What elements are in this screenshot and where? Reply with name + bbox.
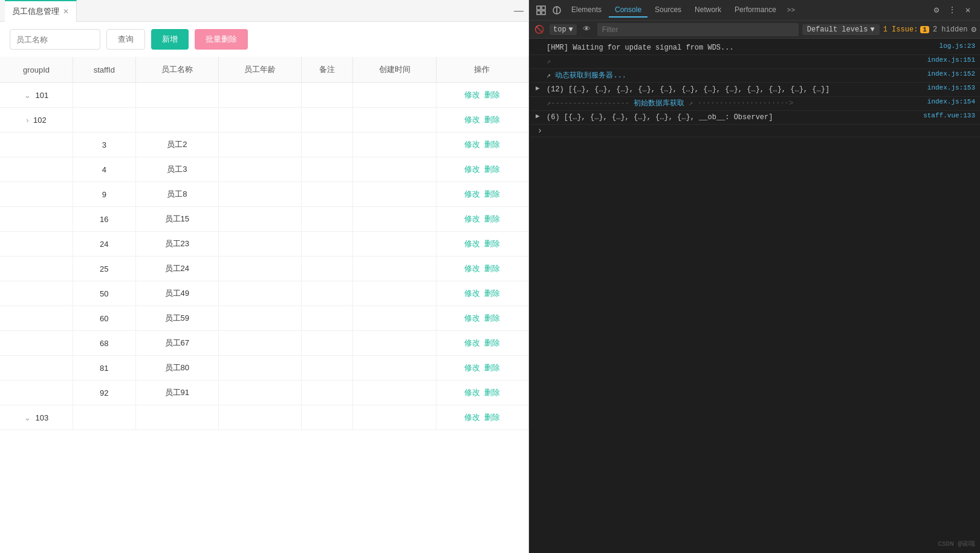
edit-button[interactable]: 修改: [464, 313, 480, 322]
cell-name: 员工2: [135, 133, 218, 157]
cell-age: [218, 405, 301, 430]
delete-button[interactable]: 删除: [484, 214, 500, 223]
cell-actions: 修改 删除: [436, 232, 528, 257]
table-row: 68 员工67 修改 删除: [0, 331, 528, 356]
edit-button[interactable]: 修改: [464, 90, 480, 99]
cell-groupid: [0, 331, 73, 356]
edit-button[interactable]: 修改: [464, 388, 480, 397]
col-actions: 操作: [436, 57, 528, 83]
cell-remark: [302, 281, 353, 306]
cell-actions: 修改 删除: [436, 257, 528, 281]
delete-button[interactable]: 删除: [484, 413, 500, 422]
delete-button[interactable]: 删除: [484, 189, 500, 198]
console-link-3[interactable]: 动态获取到服务器...: [555, 71, 626, 80]
expand-arrow-6[interactable]: [536, 112, 544, 120]
devtools-tab-more[interactable]: >>: [784, 4, 799, 16]
line-source-1[interactable]: log.js:23: [939, 42, 975, 50]
col-age: 员工年龄: [218, 57, 301, 83]
devtools-more-icon[interactable]: ⋮: [945, 3, 959, 18]
delete-button[interactable]: 删除: [484, 338, 500, 347]
delete-button[interactable]: 删除: [484, 115, 500, 124]
search-button[interactable]: 查询: [106, 29, 145, 50]
col-staffid: staffId: [73, 57, 135, 83]
default-levels-button[interactable]: Default levels ▼: [802, 24, 880, 35]
cell-age: [218, 157, 301, 182]
line-source-2[interactable]: index.js:151: [927, 56, 975, 64]
table-row: 16 员工15 修改 删除: [0, 207, 528, 232]
console-link-5[interactable]: 初始数据库获取: [634, 99, 684, 108]
group-toggle[interactable]: ⌄: [24, 413, 31, 422]
issue-badge[interactable]: 1 Issue: 1: [883, 25, 929, 34]
console-toolbar: 🚫 top ▼ 👁 Default levels ▼ 1 Issue: 1 2 …: [529, 21, 980, 39]
edit-button[interactable]: 修改: [464, 363, 480, 372]
tab-close-button[interactable]: ✕: [63, 7, 69, 16]
cell-groupid: [0, 157, 73, 182]
console-settings-icon[interactable]: ⚙: [972, 24, 976, 34]
table-container: groupId staffId 员工名称 员工年龄 备注 创建时间 操作 ⌄ 1…: [0, 57, 528, 553]
delete-button[interactable]: 删除: [484, 90, 500, 99]
delete-button[interactable]: 删除: [484, 313, 500, 322]
delete-button[interactable]: 删除: [484, 165, 500, 174]
delete-button[interactable]: 删除: [484, 388, 500, 397]
top-selector[interactable]: top ▼: [550, 24, 577, 35]
edit-button[interactable]: 修改: [464, 115, 480, 124]
line-source-5[interactable]: index.js:154: [927, 98, 975, 105]
delete-button[interactable]: 删除: [484, 140, 500, 149]
expand-arrow-4[interactable]: [536, 84, 544, 92]
add-button[interactable]: 新增: [151, 29, 189, 50]
tab-staff-management[interactable]: 员工信息管理 ✕: [5, 0, 77, 22]
eye-icon[interactable]: 👁: [580, 23, 594, 36]
edit-button[interactable]: 修改: [464, 239, 480, 248]
search-input[interactable]: [10, 29, 100, 50]
edit-button[interactable]: 修改: [464, 140, 480, 149]
batch-delete-button[interactable]: 批量删除: [195, 29, 248, 50]
cell-remark: [302, 381, 353, 405]
delete-button[interactable]: 删除: [484, 363, 500, 372]
table-row: 50 员工49 修改 删除: [0, 281, 528, 306]
edit-button[interactable]: 修改: [464, 189, 480, 198]
devtools-tab-network[interactable]: Network: [689, 3, 727, 18]
line-source-4[interactable]: index.js:153: [927, 84, 975, 91]
edit-button[interactable]: 修改: [464, 214, 480, 223]
console-line-6: (6) [{…}, {…}, {…}, {…}, {…}, {…}, __ob_…: [529, 111, 980, 125]
staff-table: groupId staffId 员工名称 员工年龄 备注 创建时间 操作 ⌄ 1…: [0, 57, 528, 430]
col-name: 员工名称: [135, 57, 218, 83]
cursor-icon-btn[interactable]: [550, 3, 564, 18]
devtools-tab-elements[interactable]: Elements: [565, 3, 608, 18]
cell-age: [218, 182, 301, 207]
minimize-button[interactable]: —: [514, 5, 524, 16]
edit-button[interactable]: 修改: [464, 264, 480, 273]
line-source-6[interactable]: staff.vue:133: [923, 112, 975, 119]
devtools-close-icon[interactable]: ✕: [961, 3, 975, 18]
cell-groupid: [0, 281, 73, 306]
edit-button[interactable]: 修改: [464, 338, 480, 347]
cell-remark: [302, 108, 353, 133]
edit-button[interactable]: 修改: [464, 413, 480, 422]
cell-name: 员工80: [135, 356, 218, 381]
group-toggle[interactable]: ⌄: [24, 91, 31, 100]
cell-staffid: 60: [73, 306, 135, 331]
devtools-tab-performance[interactable]: Performance: [729, 3, 782, 18]
cell-created: [353, 331, 436, 356]
devtools-settings-icon[interactable]: ⚙: [929, 3, 944, 18]
inspect-icon-btn[interactable]: [534, 3, 548, 18]
devtools-tab-sources[interactable]: Sources: [649, 3, 687, 18]
cell-created: [353, 157, 436, 182]
console-clear-icon[interactable]: 🚫: [533, 23, 546, 36]
cell-groupid: [0, 381, 73, 405]
filter-input[interactable]: [597, 23, 799, 36]
delete-button[interactable]: 删除: [484, 239, 500, 248]
hidden-badge[interactable]: 2 hidden: [933, 25, 968, 34]
group-toggle[interactable]: ›: [26, 116, 28, 125]
edit-button[interactable]: 修改: [464, 165, 480, 174]
app-panel: 员工信息管理 ✕ — 查询 新增 批量删除 groupId staffId 员工…: [0, 0, 529, 553]
edit-button[interactable]: 修改: [464, 289, 480, 298]
delete-button[interactable]: 删除: [484, 264, 500, 273]
cell-age: [218, 83, 301, 108]
devtools-tab-console[interactable]: Console: [609, 3, 647, 18]
delete-button[interactable]: 删除: [484, 289, 500, 298]
cell-remark: [302, 157, 353, 182]
cell-created: [353, 207, 436, 232]
line-source-3[interactable]: index.js:152: [927, 70, 975, 77]
cell-staffid: 25: [73, 257, 135, 281]
